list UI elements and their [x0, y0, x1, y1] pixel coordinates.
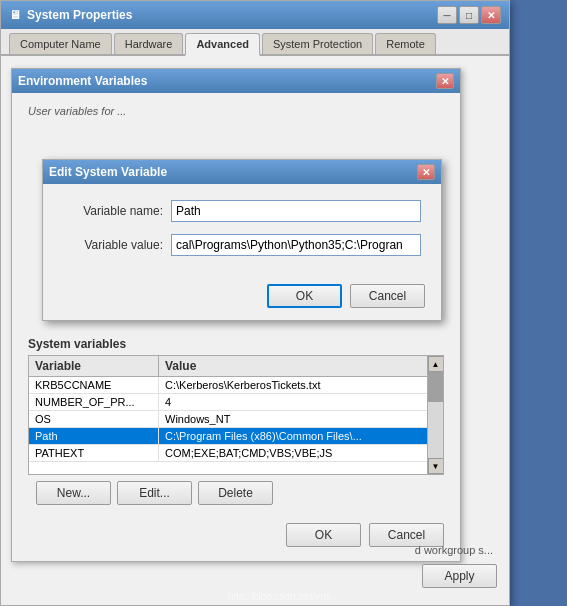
row-var-1: NUMBER_OF_PR... [29, 394, 159, 410]
edit-dialog-titlebar: Edit System Variable ✕ [43, 160, 441, 184]
apply-area: Apply [422, 564, 497, 588]
edit-cancel-button[interactable]: Cancel [350, 284, 425, 308]
col-value: Value [159, 356, 427, 376]
scrollbar-thumb[interactable] [428, 372, 443, 402]
table-row[interactable]: NUMBER_OF_PR... 4 [29, 394, 427, 411]
system-properties-window: 🖥 System Properties ─ □ ✕ Computer Name … [0, 0, 510, 606]
tab-system-protection[interactable]: System Protection [262, 33, 373, 54]
system-variables-section: System variables Variable Value KRB5CCNA… [20, 331, 452, 517]
table-header: Variable Value [29, 356, 427, 377]
main-content-area: Environment Variables ✕ User variables f… [1, 56, 509, 596]
tab-bar: Computer Name Hardware Advanced System P… [1, 29, 509, 56]
env-dialog-titlebar: Environment Variables ✕ [12, 69, 460, 93]
tab-advanced[interactable]: Advanced [185, 33, 260, 56]
row-val-2: Windows_NT [159, 411, 427, 427]
variable-value-input[interactable] [171, 234, 421, 256]
sys-vars-table: Variable Value KRB5CCNAME C:\Kerberos\Ke… [28, 355, 444, 475]
row-var-3: Path [29, 428, 159, 444]
row-var-2: OS [29, 411, 159, 427]
env-ok-button[interactable]: OK [286, 523, 361, 547]
tab-remote[interactable]: Remote [375, 33, 436, 54]
edit-dialog-content: Variable name: Variable value: [43, 184, 441, 280]
table-row-selected[interactable]: Path C:\Program Files (x86)\Common Files… [29, 428, 427, 445]
system-properties-titlebar: 🖥 System Properties ─ □ ✕ [1, 1, 509, 29]
env-hint-text: User variables for ... [20, 101, 452, 121]
table-row[interactable]: PATHEXT COM;EXE;BAT;CMD;VBS;VBE;JS [29, 445, 427, 462]
variable-value-label: Variable value: [63, 238, 163, 252]
col-variable: Variable [29, 356, 159, 376]
edit-ok-button[interactable]: OK [267, 284, 342, 308]
env-dialog-title: Environment Variables [18, 74, 147, 88]
close-window-button[interactable]: ✕ [481, 6, 501, 24]
variable-name-input[interactable] [171, 200, 421, 222]
tab-computer-name[interactable]: Computer Name [9, 33, 112, 54]
sys-new-button[interactable]: New... [36, 481, 111, 505]
variable-name-label: Variable name: [63, 204, 163, 218]
table-row[interactable]: KRB5CCNAME C:\Kerberos\KerberosTickets.t… [29, 377, 427, 394]
scroll-up-button[interactable]: ▲ [428, 356, 444, 372]
env-close-button[interactable]: ✕ [436, 73, 454, 89]
table-inner: Variable Value KRB5CCNAME C:\Kerberos\Ke… [29, 356, 427, 474]
row-var-4: PATHEXT [29, 445, 159, 461]
titlebar-title-group: 🖥 System Properties [9, 8, 132, 22]
row-val-3: C:\Program Files (x86)\Common Files\... [159, 428, 427, 444]
env-dialog-content: User variables for ... Edit System Varia… [12, 93, 460, 561]
table-row[interactable]: OS Windows_NT [29, 411, 427, 428]
minimize-button[interactable]: ─ [437, 6, 457, 24]
edit-close-button[interactable]: ✕ [417, 164, 435, 180]
edit-dialog-buttons: OK Cancel [43, 280, 441, 320]
titlebar-controls: ─ □ ✕ [437, 6, 501, 24]
scroll-down-button[interactable]: ▼ [428, 458, 444, 474]
edit-dialog-title: Edit System Variable [49, 165, 167, 179]
scrollbar-track[interactable] [428, 372, 443, 458]
system-icon: 🖥 [9, 8, 21, 22]
tab-hardware[interactable]: Hardware [114, 33, 184, 54]
row-val-1: 4 [159, 394, 427, 410]
variable-value-row: Variable value: [63, 234, 421, 256]
edit-system-variable-dialog: Edit System Variable ✕ Variable name: Va… [42, 159, 442, 321]
watermark-text: http://blog.csdn.net/ymi... [228, 591, 339, 602]
sys-delete-button[interactable]: Delete [198, 481, 273, 505]
sys-vars-buttons: New... Edit... Delete [28, 475, 444, 511]
maximize-button[interactable]: □ [459, 6, 479, 24]
window-title: System Properties [27, 8, 132, 22]
row-val-4: COM;EXE;BAT;CMD;VBS;VBE;JS [159, 445, 427, 461]
env-variables-dialog: Environment Variables ✕ User variables f… [11, 68, 461, 562]
variable-name-row: Variable name: [63, 200, 421, 222]
table-scrollbar[interactable]: ▲ ▼ [427, 356, 443, 474]
sys-edit-button[interactable]: Edit... [117, 481, 192, 505]
row-var-0: KRB5CCNAME [29, 377, 159, 393]
workgroup-text: d workgroup s... [415, 544, 493, 556]
apply-button[interactable]: Apply [422, 564, 497, 588]
sys-vars-label: System variables [28, 337, 444, 351]
row-val-0: C:\Kerberos\KerberosTickets.txt [159, 377, 427, 393]
env-bottom-buttons: OK Cancel [20, 517, 452, 553]
